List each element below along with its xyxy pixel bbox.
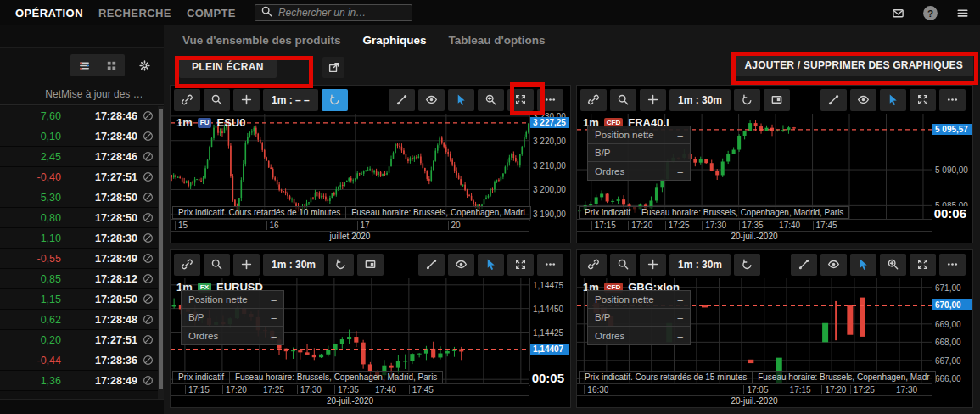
cancel-icon[interactable] [137, 110, 158, 121]
table-row[interactable]: 5,3017:28:50 [0, 187, 158, 208]
cancel-icon[interactable] [137, 334, 158, 345]
chart-plot-area[interactable] [171, 114, 529, 221]
cursor-button[interactable] [478, 254, 504, 276]
interval-button[interactable]: 1m : – – [263, 89, 318, 111]
table-row[interactable]: 7,6017:28:46 [0, 106, 158, 126]
table-row[interactable]: 1,3617:28:49 [0, 371, 158, 391]
help-icon[interactable]: ? [921, 3, 939, 22]
search-button[interactable] [204, 254, 230, 276]
table-row[interactable]: 0,6217:28:48 [0, 310, 158, 330]
table-row[interactable]: -0,5517:28:49 [0, 249, 158, 269]
expand-button[interactable] [910, 254, 936, 276]
cancel-icon[interactable] [137, 314, 158, 325]
eye-button[interactable] [850, 89, 876, 111]
cancel-icon[interactable] [137, 355, 158, 366]
plus-button[interactable] [640, 89, 666, 111]
more-button[interactable] [939, 254, 966, 276]
popout-icon[interactable] [322, 57, 344, 78]
position-panel-label: B/P [595, 312, 611, 322]
reset-zoom-button[interactable] [734, 89, 760, 111]
tab-graphiques[interactable]: Graphiques [363, 34, 427, 47]
search-button[interactable] [610, 89, 636, 111]
plus-button[interactable] [640, 254, 666, 276]
reset-zoom-button[interactable] [328, 254, 354, 276]
menu-icon[interactable] [953, 3, 972, 22]
trend-button[interactable] [418, 254, 445, 276]
sidebar-scrollbar-thumb[interactable] [159, 109, 163, 389]
plus-button[interactable] [233, 254, 260, 276]
link-button[interactable] [580, 89, 607, 111]
zoom-in-button[interactable] [478, 89, 504, 111]
cursor-button[interactable] [850, 254, 876, 276]
panel-layout-button[interactable] [764, 89, 790, 111]
cursor-button[interactable] [448, 89, 474, 111]
table-row[interactable]: 0,8017:28:50 [0, 208, 158, 228]
table-row[interactable]: 1,1017:28:30 [0, 228, 158, 249]
link-button[interactable] [174, 89, 200, 111]
cancel-icon[interactable] [137, 171, 158, 182]
table-row[interactable]: 1,1517:28:50 [0, 289, 158, 310]
link-button[interactable] [580, 254, 607, 276]
eye-button[interactable] [448, 254, 474, 276]
search-input[interactable] [278, 7, 406, 19]
trend-button[interactable] [389, 89, 415, 111]
cancel-icon[interactable] [137, 375, 158, 386]
cursor-button[interactable] [880, 89, 906, 111]
eye-button[interactable] [418, 89, 445, 111]
cancel-icon[interactable] [137, 151, 158, 162]
menu-opration[interactable]: OPÉRATION [15, 7, 83, 20]
chart-footer-text: Prix indicatif. Cours retardés de 15 min… [579, 371, 753, 383]
table-row[interactable]: -0,4417:28:36 [0, 350, 158, 371]
trend-button[interactable] [820, 89, 847, 111]
panel-layout-button[interactable] [357, 254, 384, 276]
expand-button[interactable] [910, 89, 936, 111]
expand-button[interactable] [507, 254, 534, 276]
instrument-search[interactable] [255, 4, 412, 21]
interval-button[interactable]: 1m : 30m [669, 89, 731, 111]
more-button[interactable] [537, 254, 563, 276]
reset-zoom-button[interactable] [734, 254, 760, 276]
sidebar-scrollbar[interactable] [158, 106, 164, 403]
menu-compte[interactable]: COMPTE [187, 7, 236, 20]
mail-icon[interactable] [888, 3, 907, 22]
reset-zoom-button[interactable] [322, 89, 348, 111]
table-row[interactable]: 0,1017:28:40 [0, 126, 158, 147]
table-row[interactable]: 0,8517:28:12 [0, 269, 158, 289]
cancel-icon[interactable] [137, 232, 158, 243]
y-axis: 5 090,005 085,005 095,57 [932, 114, 972, 221]
cancel-icon[interactable] [137, 253, 158, 264]
interval-button[interactable]: 1m : 30m [669, 254, 731, 276]
tab-vue-d-ensemble-des-produits[interactable]: Vue d'ensemble des produits [182, 34, 341, 47]
x-tick-label: 17:20 [628, 221, 652, 230]
eye-button[interactable] [820, 254, 847, 276]
cancel-icon[interactable] [137, 212, 158, 223]
menu-recherche[interactable]: RECHERCHE [98, 7, 171, 20]
trend-button[interactable] [791, 254, 817, 276]
search-button[interactable] [204, 89, 230, 111]
table-row[interactable]: 2,4517:28:46 [0, 147, 158, 167]
tab-tableau-d-options[interactable]: Tableau d'options [449, 34, 546, 47]
table-row[interactable]: -0,4017:27:51 [0, 167, 158, 187]
cancel-icon[interactable] [137, 192, 158, 203]
expand-button[interactable] [507, 89, 534, 111]
cancel-icon[interactable] [137, 273, 158, 284]
list-view-icon[interactable] [70, 54, 98, 76]
fullscreen-button[interactable]: PLEIN ÉCRAN [179, 56, 277, 78]
table-row[interactable]: 0,2017:27:51 [0, 330, 158, 350]
sidebar-toolbar [0, 48, 164, 83]
column-header-updated[interactable]: Mise à jour des … [61, 88, 142, 100]
column-header-net[interactable]: Net [0, 88, 61, 100]
updated-time: 17:28:50 [61, 212, 137, 224]
cancel-icon[interactable] [137, 131, 158, 142]
link-button[interactable] [174, 254, 200, 276]
plus-button[interactable] [233, 89, 260, 111]
gear-icon[interactable] [133, 54, 155, 76]
interval-button[interactable]: 1m : 30m [263, 254, 324, 276]
add-remove-charts-button[interactable]: AJOUTER / SUPPRIMER DES GRAPHIQUES [734, 54, 973, 76]
cancel-icon[interactable] [137, 294, 158, 305]
more-button[interactable] [939, 89, 966, 111]
zoom-in-button[interactable] [880, 254, 906, 276]
search-button[interactable] [610, 254, 636, 276]
grid-view-icon[interactable] [98, 54, 125, 76]
more-button[interactable] [537, 89, 563, 111]
